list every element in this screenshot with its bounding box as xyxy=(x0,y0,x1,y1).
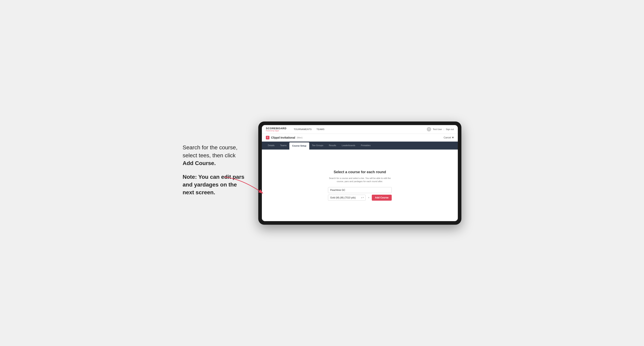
main-nav: TOURNAMENTS TEAMS xyxy=(294,128,324,131)
cancel-button[interactable]: Cancel ✕ xyxy=(444,136,454,139)
instruction-bold: Add Course. xyxy=(182,160,216,166)
instructions-panel: Search for the course, select tees, then… xyxy=(182,144,246,202)
note-text: Note: You can edit pars and yardages on … xyxy=(182,173,246,196)
main-content: Select a course for each round Search fo… xyxy=(262,150,458,221)
course-setup-panel: Select a course for each round Search fo… xyxy=(328,170,392,201)
nav-link-teams[interactable]: TEAMS xyxy=(316,128,324,131)
panel-description: Search for a course and select a tee. Yo… xyxy=(328,176,392,183)
tab-leaderboards[interactable]: Leaderboards xyxy=(339,142,358,150)
tournament-gender: (Men) xyxy=(297,136,302,139)
nav-left: SCOREBOARD Powered by clippd TOURNAMENTS… xyxy=(266,127,324,132)
brand-logo: SCOREBOARD Powered by clippd xyxy=(266,127,286,132)
brand-title: SCOREBOARD xyxy=(266,127,286,130)
tablet-wrapper: SCOREBOARD Powered by clippd TOURNAMENTS… xyxy=(258,122,462,225)
panel-title: Select a course for each round xyxy=(328,170,392,174)
top-navbar: SCOREBOARD Powered by clippd TOURNAMENTS… xyxy=(262,125,458,134)
user-name: Test User xyxy=(433,128,442,131)
instruction-text: Search for the course, select tees, then… xyxy=(182,144,246,167)
tab-course-setup[interactable]: Course Setup xyxy=(289,142,309,150)
sign-out-link[interactable]: Sign out xyxy=(446,128,454,131)
add-course-button[interactable]: Add Course xyxy=(372,195,392,201)
separator: | xyxy=(444,128,444,131)
sub-navbar: Details Teams Course Setup Tee Groups Re… xyxy=(262,142,458,150)
tee-select-wrapper: Gold (M) (M) (7010 yds) ▲▼ xyxy=(328,195,366,201)
tournament-header: C Clippd Invitational (Men) Cancel ✕ xyxy=(262,134,458,142)
tablet-screen: SCOREBOARD Powered by clippd TOURNAMENTS… xyxy=(262,125,458,221)
tee-select[interactable]: Gold (M) (M) (7010 yds) xyxy=(328,195,366,201)
cancel-icon: ✕ xyxy=(452,136,454,139)
tablet-frame: SCOREBOARD Powered by clippd TOURNAMENTS… xyxy=(258,122,462,225)
tab-printables[interactable]: Printables xyxy=(358,142,374,150)
clear-button[interactable]: × xyxy=(367,196,370,199)
nav-right: T Test User | Sign out xyxy=(427,127,454,132)
tab-details[interactable]: Details xyxy=(265,142,278,150)
avatar: T xyxy=(427,127,431,132)
nav-link-tournaments[interactable]: TOURNAMENTS xyxy=(294,128,312,131)
cancel-label: Cancel xyxy=(444,136,451,139)
brand-subtitle: Powered by clippd xyxy=(266,130,286,132)
course-search-input[interactable] xyxy=(328,187,392,193)
tournament-icon: C xyxy=(266,136,270,139)
tab-teams[interactable]: Teams xyxy=(278,142,289,150)
tab-results[interactable]: Results xyxy=(326,142,339,150)
tournament-name: Clippd Invitational xyxy=(271,136,295,139)
tab-tee-groups[interactable]: Tee Groups xyxy=(309,142,326,150)
tee-select-row: Gold (M) (M) (7010 yds) ▲▼ × Add Course xyxy=(328,195,392,201)
tournament-title-area: C Clippd Invitational (Men) xyxy=(266,136,302,139)
